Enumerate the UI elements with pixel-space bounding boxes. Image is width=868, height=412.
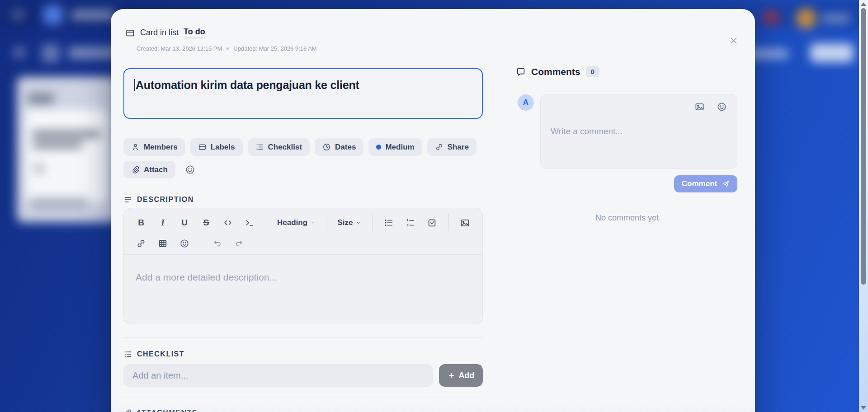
attach-button[interactable]: Attach — [123, 161, 175, 178]
checklist-item-input[interactable] — [123, 364, 433, 387]
blurred-notification — [763, 11, 779, 24]
card-title-input[interactable]: Automation kirim data pengajuan ke clien… — [123, 68, 483, 119]
add-checklist-item-button[interactable]: Add — [439, 364, 483, 387]
blurred-card-text — [33, 130, 100, 138]
smiley-icon — [717, 102, 727, 112]
blurred-brand-text — [71, 10, 115, 20]
numbered-list-button[interactable]: 1 2 — [405, 216, 416, 229]
italic-button[interactable]: I — [157, 216, 168, 229]
table-icon — [158, 239, 168, 248]
toolbar-separator — [201, 235, 201, 252]
editor-emoji-button[interactable] — [179, 237, 190, 250]
chevron-down-icon — [311, 220, 315, 226]
blurred-card-badge — [33, 163, 45, 174]
terminal-icon — [245, 218, 255, 228]
description-editor: B I U S Heading — [123, 208, 483, 324]
attachments-section-heading: ATTACHMENTS — [123, 409, 198, 412]
card-actions-row-1: Members Labels Checklist — [123, 138, 476, 156]
card-actions-row-2: Attach — [123, 161, 199, 178]
current-user-avatar: A — [518, 94, 534, 111]
checklist-button[interactable]: Checklist — [248, 138, 310, 156]
comments-pane: Comments 0 A — [501, 9, 755, 412]
plus-icon — [448, 372, 455, 379]
blurred-list-title — [28, 93, 54, 104]
blurred-user-avatar — [796, 8, 816, 29]
blurred-user-name — [822, 14, 850, 23]
align-left-icon — [123, 195, 132, 204]
toolbar-separator — [326, 214, 326, 231]
image-icon — [460, 218, 470, 228]
link-icon — [136, 239, 146, 248]
card-title-text: Automation kirim data pengajuan ke clien… — [134, 78, 472, 92]
insert-table-button[interactable] — [157, 237, 168, 250]
list-name-link[interactable]: To do — [184, 27, 205, 38]
no-comments-message: No comments yet. — [501, 213, 755, 223]
scrollbar-thumb[interactable] — [861, 8, 866, 285]
page-scrollbar[interactable] — [859, 0, 868, 412]
card-in-list-label: Card in list — [140, 28, 179, 37]
comment-emoji-button[interactable] — [717, 102, 727, 112]
blurred-nav-button — [810, 43, 854, 62]
text-caret — [134, 79, 135, 91]
share-button[interactable]: Share — [427, 138, 476, 156]
blurred-add-card-button — [30, 197, 88, 209]
task-list-button[interactable] — [427, 216, 438, 229]
description-section-heading: DESCRIPTION — [123, 195, 194, 204]
blurred-board-icon — [42, 44, 60, 62]
label-card-icon — [198, 143, 207, 151]
heading-dropdown[interactable]: Heading — [277, 216, 315, 229]
editor-toolbar-row-1: B I U S Heading — [124, 208, 482, 234]
paperclip-icon — [123, 409, 132, 412]
scrollbar-up-arrow[interactable] — [861, 2, 866, 6]
checkbox-icon — [427, 218, 437, 228]
code-block-button[interactable] — [244, 216, 255, 229]
strikethrough-button[interactable]: S — [201, 216, 212, 229]
section-divider — [123, 337, 483, 338]
blurred-app-logo — [43, 5, 63, 24]
undo-icon — [212, 239, 222, 248]
underline-button[interactable]: U — [179, 216, 190, 229]
section-divider — [123, 398, 483, 398]
scrollbar-down-arrow[interactable] — [861, 406, 866, 410]
redo-icon — [234, 239, 244, 248]
size-dropdown[interactable]: Size — [337, 216, 361, 229]
comment-image-button[interactable] — [694, 102, 705, 112]
checklist-icon — [123, 350, 132, 359]
priority-button[interactable]: Medium — [368, 138, 422, 156]
blurred-back-icon — [14, 47, 25, 58]
undo-button[interactable] — [212, 237, 223, 250]
comment-toolbar — [541, 94, 737, 119]
paperclip-icon — [131, 165, 140, 174]
chevron-down-icon — [356, 220, 361, 226]
emoji-button[interactable] — [182, 161, 199, 178]
inline-code-button[interactable] — [222, 216, 233, 229]
updated-timestamp: Updated: Mar 25, 2026 9:16 AM — [233, 45, 316, 52]
bold-button[interactable]: B — [136, 216, 146, 229]
checklist-icon — [255, 143, 264, 151]
members-button[interactable]: Members — [123, 138, 185, 156]
checklist-section-heading: CHECKLIST — [123, 350, 184, 359]
blurred-card-text — [33, 141, 82, 149]
bullet-list-icon — [384, 218, 394, 228]
speech-bubble-icon — [516, 67, 526, 77]
submit-comment-button[interactable]: Comment — [674, 175, 737, 192]
blurred-kanban-card — [25, 109, 109, 202]
comment-composer — [540, 94, 737, 169]
close-modal-button[interactable] — [724, 31, 744, 51]
link-icon — [435, 143, 443, 151]
comment-input[interactable] — [541, 119, 737, 166]
toolbar-separator — [372, 214, 373, 231]
comments-header: Comments 0 — [516, 66, 599, 77]
bullet-list-button[interactable] — [383, 216, 394, 229]
insert-image-button[interactable] — [460, 216, 471, 229]
app-stage: Card in list To do Created: Mar 13, 2026… — [0, 0, 868, 412]
send-icon — [722, 180, 730, 188]
description-input[interactable]: Add a more detailed description... — [124, 255, 482, 283]
labels-button[interactable]: Labels — [190, 138, 243, 156]
dates-button[interactable]: Dates — [315, 138, 363, 156]
priority-dot-icon — [376, 145, 381, 150]
comments-count-badge: 0 — [586, 66, 599, 77]
insert-link-button[interactable] — [136, 237, 146, 250]
redo-button[interactable] — [234, 237, 245, 250]
image-icon — [694, 102, 705, 112]
